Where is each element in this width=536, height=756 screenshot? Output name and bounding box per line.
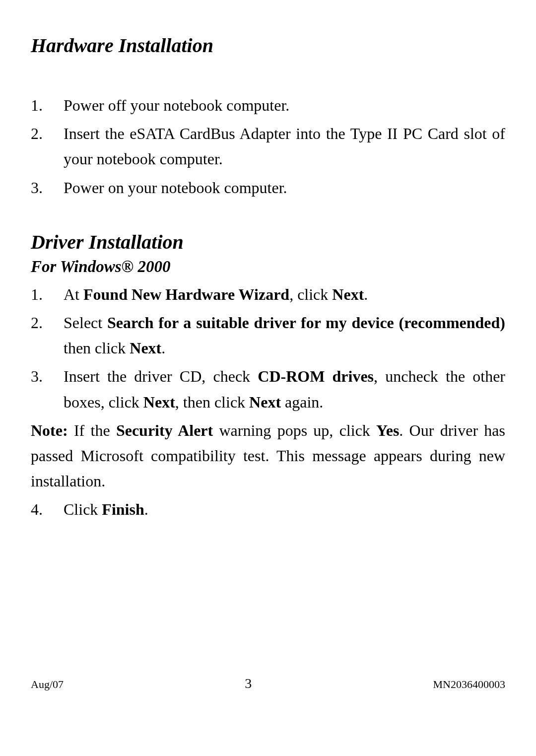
- note-paragraph: Note: If the Security Alert warning pops…: [31, 418, 505, 494]
- driver-installation-heading: Driver Installation: [31, 230, 505, 254]
- list-number: 3.: [31, 364, 64, 414]
- footer-page-number: 3: [245, 676, 252, 691]
- list-text: Power off your notebook computer.: [64, 93, 505, 118]
- list-item: 4. Click Finish.: [31, 497, 505, 522]
- list-number: 4.: [31, 497, 64, 522]
- list-text: Click Finish.: [64, 497, 505, 522]
- hardware-steps-list: 1. Power off your notebook computer. 2. …: [31, 93, 505, 201]
- list-number: 3.: [31, 175, 64, 201]
- list-item: 1. Power off your notebook computer.: [31, 93, 505, 118]
- list-text: Select Search for a suitable driver for …: [64, 310, 505, 361]
- list-item: 2. Insert the eSATA CardBus Adapter into…: [31, 121, 505, 172]
- hardware-installation-heading: Hardware Installation: [31, 34, 505, 57]
- list-text: Power on your notebook computer.: [64, 175, 505, 201]
- list-text: Insert the driver CD, check CD-ROM drive…: [64, 364, 505, 414]
- list-text: At Found New Hardware Wizard, click Next…: [64, 282, 505, 307]
- list-text: Insert the eSATA CardBus Adapter into th…: [64, 121, 505, 172]
- list-item: 3. Insert the driver CD, check CD-ROM dr…: [31, 364, 505, 414]
- list-number: 1.: [31, 93, 64, 118]
- driver-steps-list: 1. At Found New Hardware Wizard, click N…: [31, 282, 505, 415]
- list-item: 2. Select Search for a suitable driver f…: [31, 310, 505, 361]
- footer-date: Aug/07: [31, 678, 64, 691]
- page-footer: Aug/07 3 MN2036400003: [31, 676, 505, 691]
- list-item: 1. At Found New Hardware Wizard, click N…: [31, 282, 505, 307]
- list-number: 2.: [31, 310, 64, 361]
- windows-2000-subheading: For Windows® 2000: [31, 258, 505, 276]
- footer-document-id: MN2036400003: [433, 678, 505, 691]
- list-number: 2.: [31, 121, 64, 172]
- driver-steps-list-continued: 4. Click Finish.: [31, 497, 505, 522]
- list-number: 1.: [31, 282, 64, 307]
- list-item: 3. Power on your notebook computer.: [31, 175, 505, 201]
